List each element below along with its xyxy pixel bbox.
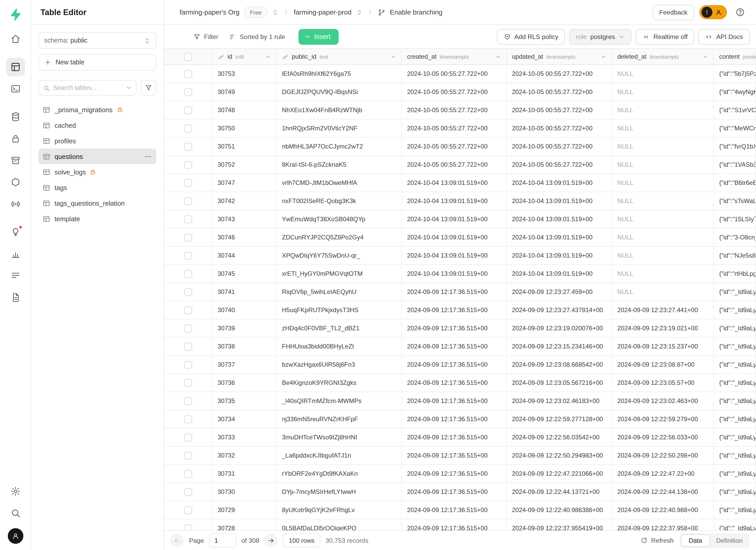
table-filter-button[interactable] <box>141 80 156 96</box>
grid-cell[interactable]: 30746 <box>212 229 277 246</box>
database-icon[interactable] <box>6 108 25 126</box>
column-header[interactable]: content jsonb <box>714 49 756 64</box>
search-tables-input[interactable] <box>53 84 123 91</box>
grid-cell[interactable]: 2024-09-09 12:17:36.515+00 <box>402 428 507 446</box>
grid-cell[interactable]: FHHUioa3bidd00BHyLeZt <box>277 338 402 355</box>
grid-cell[interactable]: 2024-09-09 12:23:27.441+00 <box>612 301 714 319</box>
row-checkbox[interactable] <box>184 270 192 278</box>
grid-cell[interactable]: {"id":"S1vrVC5BrB59wqcM4 <box>714 101 756 119</box>
grid-cell[interactable]: 2024-09-09 12:17:36.515+00 <box>402 319 507 337</box>
grid-cell[interactable]: 3muDHTceTWso9IZj8hHNI <box>277 428 402 446</box>
grid-cell[interactable]: 30751 <box>212 138 277 155</box>
row-checkbox[interactable] <box>184 288 192 296</box>
project-switcher-icon[interactable] <box>356 9 362 15</box>
auth-icon[interactable] <box>6 129 25 148</box>
grid-cell[interactable]: 2024-09-09 12:23:19.020076+00 <box>507 319 612 337</box>
grid-cell[interactable]: 2024-09-09 12:22:40.986386+00 <box>507 501 612 519</box>
grid-cell[interactable]: 2024-09-09 12:22:37.958+00 <box>612 519 714 530</box>
chevron-down-icon[interactable] <box>703 54 708 59</box>
grid-cell[interactable]: {"id":"_Id9aLyJpMHQLaiQC <box>714 301 756 319</box>
grid-cell[interactable]: 2024-09-09 12:22:44.13721+00 <box>507 483 612 501</box>
grid-cell[interactable]: {"id":"_Id9aLyJpMHQLaiQC <box>714 428 756 446</box>
grid-cell[interactable]: 2024-10-04 13:09:01.519+00 <box>507 192 612 210</box>
grid-cell[interactable]: 2024-09-09 12:23:27.459+00 <box>507 283 612 301</box>
grid-cell[interactable]: {"id":"_Id9aLyJpMHQLaiQC <box>714 410 756 428</box>
row-checkbox[interactable] <box>184 88 192 96</box>
logs-icon[interactable] <box>6 266 25 285</box>
grid-cell[interactable]: 2024-09-09 12:22:47.221066+00 <box>507 465 612 482</box>
grid-cell[interactable]: 1hnRQjxSRm2V0VticY2NF <box>277 119 402 137</box>
grid-cell[interactable]: {"id":"3-O8cn_xPgs0cVxqKE <box>714 229 756 246</box>
grid-cell[interactable]: 2024-10-05 00:55:27.722+00 <box>402 83 507 101</box>
search-icon[interactable] <box>6 504 25 522</box>
grid-cell[interactable]: 0L5BAfDaLDl5rQOiqeKPO <box>277 519 402 530</box>
grid-cell[interactable]: 2024-09-09 12:17:36.515+00 <box>402 356 507 373</box>
column-header[interactable]: id int8 <box>212 49 277 64</box>
grid-cell[interactable]: 2024-09-09 12:17:36.515+00 <box>402 483 507 501</box>
row-checkbox[interactable] <box>184 397 192 405</box>
grid-cell[interactable]: 30729 <box>212 501 277 519</box>
grid-cell[interactable]: _l40sQIRTmMZfcm-MWMPs <box>277 392 402 410</box>
grid-cell[interactable]: NULL <box>612 229 714 246</box>
grid-cell[interactable]: 30735 <box>212 392 277 410</box>
row-checkbox[interactable] <box>184 379 192 387</box>
grid-cell[interactable]: lEfA0sRh9hIXf62Y6ga75 <box>277 65 402 83</box>
role-select[interactable]: role postgres <box>569 29 632 44</box>
row-checkbox[interactable] <box>184 343 192 350</box>
refresh-button[interactable]: Refresh <box>641 537 674 544</box>
grid-cell[interactable]: {"id":"B6tr6eEFLrOVgeUmH <box>714 174 756 192</box>
row-checkbox[interactable] <box>184 324 192 332</box>
grid-cell[interactable]: 2024-10-04 13:09:01.519+00 <box>402 174 507 192</box>
grid-cell[interactable]: 2024-10-04 13:09:01.519+00 <box>507 229 612 246</box>
grid-cell[interactable]: 2024-09-09 12:23:08.67+00 <box>612 356 714 373</box>
grid-cell[interactable]: nxFT002ISeRE-Qobg3K3k <box>277 192 402 210</box>
grid-cell[interactable]: DYp-7mcyMSIrHefLYIwwH <box>277 483 402 501</box>
supabase-logo[interactable] <box>6 5 25 24</box>
grid-cell[interactable]: 2024-10-04 13:09:01.519+00 <box>402 192 507 210</box>
grid-cell[interactable]: 2024-09-09 12:17:36.515+00 <box>402 519 507 530</box>
grid-cell[interactable]: {"id":"_Id9aLyJpMHQLaiQC <box>714 519 756 530</box>
grid-cell[interactable]: NULL <box>612 247 714 264</box>
grid-cell[interactable]: 2024-09-09 12:22:56.03542+00 <box>507 428 612 446</box>
settings-icon[interactable] <box>6 482 25 501</box>
grid-cell[interactable]: H5uqFKpRUTPkjxdysT3HS <box>277 301 402 319</box>
grid-cell[interactable]: {"id":"_Id9aLyJpMHQLaiQC <box>714 483 756 501</box>
grid-cell[interactable]: 8KraI-tSI-6-pSZcknaK5 <box>277 156 402 173</box>
grid-cell[interactable]: 2024-09-09 12:22:44.138+00 <box>612 483 714 501</box>
grid-cell[interactable]: NULL <box>612 156 714 173</box>
usage-warning-badge[interactable]: ! <box>699 5 727 19</box>
sidebar-table-item[interactable]: _prisma_migrations <box>38 102 156 117</box>
sidebar-table-item[interactable]: tags_questions_relation <box>38 195 156 211</box>
grid-cell[interactable]: {"id":"15LSIyT0JGMf3Kl4Vn <box>714 210 756 228</box>
org-name[interactable]: farming-paper's Org <box>180 8 239 16</box>
grid-cell[interactable]: NULL <box>612 65 714 83</box>
grid-cell[interactable]: {"id":"4wyNgK55lOfrpmYZc <box>714 83 756 101</box>
grid-cell[interactable]: 2024-10-04 13:09:01.519+00 <box>402 265 507 283</box>
sidebar-table-item[interactable]: template <box>38 211 156 226</box>
grid-cell[interactable]: 2024-10-05 00:55:27.722+00 <box>402 101 507 119</box>
grid-cell[interactable]: NULL <box>612 83 714 101</box>
column-header[interactable]: created_at timestamptz <box>402 49 507 64</box>
sort-button[interactable]: Sorted by 1 rule <box>229 33 285 40</box>
grid-cell[interactable]: 30749 <box>212 83 277 101</box>
grid-cell[interactable]: 2024-09-09 12:23:15.234146+00 <box>507 338 612 355</box>
column-header[interactable]: deleted_at timestamptz <box>612 49 714 64</box>
grid-cell[interactable]: {"id":"_Id9aLyJpMHQLaiQC <box>714 465 756 482</box>
grid-cell[interactable]: {"id":"_Id9aLyJpMHQLaiQC <box>714 501 756 519</box>
column-header[interactable]: public_id text <box>277 49 402 64</box>
grid-cell[interactable]: 2024-10-05 00:55:27.722+00 <box>402 65 507 83</box>
grid-cell[interactable]: {"id":"5b7j5Pz9WHBNmY_A <box>714 65 756 83</box>
api-docs-button[interactable]: API Docs <box>699 29 750 44</box>
search-tables-field[interactable] <box>38 80 137 96</box>
grid-cell[interactable]: 2024-10-05 00:55:27.722+00 <box>507 101 612 119</box>
grid-cell[interactable]: NULL <box>612 192 714 210</box>
grid-cell[interactable]: nbMhHL3AP7OcCJymc2wT2 <box>277 138 402 155</box>
grid-cell[interactable]: zHDq4c0F0VBF_TL2_dBZ1 <box>277 319 402 337</box>
sidebar-table-item[interactable]: cached <box>38 117 156 133</box>
grid-cell[interactable]: 30730 <box>212 483 277 501</box>
row-checkbox[interactable] <box>184 197 192 205</box>
grid-cell[interactable]: 30732 <box>212 447 277 464</box>
chevron-down-icon[interactable] <box>601 54 606 59</box>
grid-cell[interactable]: 2024-09-09 12:23:02.46183+00 <box>507 392 612 410</box>
schema-select[interactable]: schema: public <box>38 32 156 49</box>
